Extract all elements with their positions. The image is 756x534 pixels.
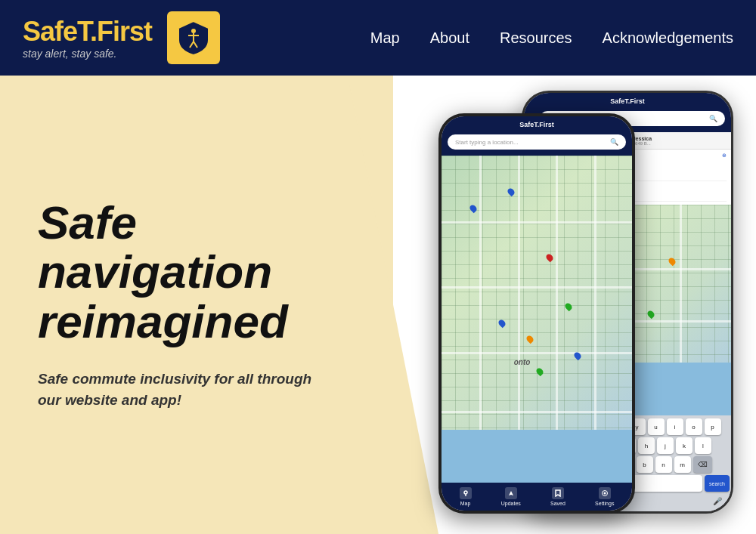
mic-icon[interactable]: 🎤 [713, 497, 722, 505]
svg-point-5 [464, 491, 467, 494]
front-pin-2 [507, 187, 516, 197]
nav-item-map[interactable]: Map [460, 487, 472, 506]
hero-left: Safe navigation reimagined Safe commute … [0, 76, 393, 534]
hero-heading: Safe navigation reimagined [38, 198, 355, 345]
nav-logo [167, 11, 220, 64]
key-b[interactable]: b [637, 456, 653, 473]
front-pin-1 [468, 204, 478, 214]
saved-nav-icon [552, 487, 564, 499]
hero-subtext: Safe commute inclusivity for all through… [38, 369, 325, 412]
phone-front-screen: SafeT.First Start typing a location... 🔍 [442, 116, 632, 511]
nav-item-updates[interactable]: Updates [501, 487, 521, 506]
key-k[interactable]: k [676, 437, 692, 454]
nav-tagline: stay alert, stay safe. [23, 48, 152, 60]
key-j[interactable]: j [657, 437, 674, 454]
search-icon-front: 🔍 [610, 138, 618, 146]
phone-front: SafeT.First Start typing a location... 🔍 [438, 113, 635, 514]
key-i[interactable]: i [667, 418, 683, 435]
front-road-h1 [442, 221, 632, 224]
front-road-h2 [442, 286, 632, 289]
map-pin-3 [646, 309, 656, 319]
updates-icon-svg [507, 489, 515, 497]
nav-links: Map About Resources Acknowledgements [370, 29, 733, 47]
phone-front-navbar: Map Updates [442, 483, 632, 511]
navbar: SafeT.First stay alert, stay safe. Map A… [0, 0, 756, 76]
nav-brand: SafeT.First stay alert, stay safe. [23, 16, 152, 60]
key-l[interactable]: l [695, 437, 711, 454]
phones-container: SafeT.First « Start typing a location...… [393, 76, 756, 534]
site-title: SafeT.First [23, 16, 152, 48]
nav-item-settings[interactable]: Settings [595, 487, 614, 506]
front-pin-5 [497, 318, 507, 328]
front-pin-4 [563, 301, 573, 311]
front-pin-7 [535, 367, 545, 377]
key-h[interactable]: h [638, 437, 655, 454]
phone-front-search-bar[interactable]: Start typing a location... 🔍 [448, 134, 626, 150]
front-city-label: onto [514, 358, 531, 366]
key-backspace[interactable]: ⌫ [693, 456, 712, 473]
map-pin-5 [667, 256, 677, 266]
nav-link-map[interactable]: Map [370, 29, 400, 47]
phone-front-search-placeholder: Start typing a location... [455, 139, 519, 146]
front-road-h4 [442, 411, 632, 413]
hero-right: SafeT.First « Start typing a location...… [393, 76, 756, 534]
key-o[interactable]: o [686, 418, 702, 435]
front-pin-3 [544, 253, 554, 263]
phone-back-topbar: SafeT.First [524, 93, 731, 108]
key-return[interactable]: search [705, 475, 730, 492]
nav-link-acknowledgements[interactable]: Acknowledgements [603, 29, 733, 47]
settings-icon-svg [601, 489, 609, 497]
saved-icon-svg [554, 489, 562, 497]
front-pin-6 [525, 335, 535, 344]
settings-nav-icon [599, 487, 611, 499]
key-u[interactable]: u [648, 418, 665, 435]
map-nav-icon [460, 487, 472, 499]
front-road-h3 [442, 352, 632, 354]
nav-link-about[interactable]: About [430, 29, 469, 47]
phone-front-map: onto [442, 156, 632, 483]
svg-point-0 [191, 29, 196, 33]
nav-link-resources[interactable]: Resources [500, 29, 572, 47]
phone-front-topbar: SafeT.First [442, 116, 632, 131]
nav-item-saved[interactable]: Saved [550, 487, 565, 506]
map-icon-svg [462, 489, 469, 497]
updates-nav-icon [505, 487, 517, 499]
search-icon: 🔍 [709, 115, 717, 122]
key-m[interactable]: m [674, 456, 691, 473]
svg-point-6 [603, 492, 606, 495]
phone-front-search: Start typing a location... 🔍 [442, 131, 632, 156]
hero-section: Safe navigation reimagined Safe commute … [0, 76, 756, 534]
logo-icon [175, 19, 212, 57]
front-water [442, 430, 632, 483]
key-n[interactable]: n [655, 456, 672, 473]
key-p[interactable]: p [705, 418, 721, 435]
